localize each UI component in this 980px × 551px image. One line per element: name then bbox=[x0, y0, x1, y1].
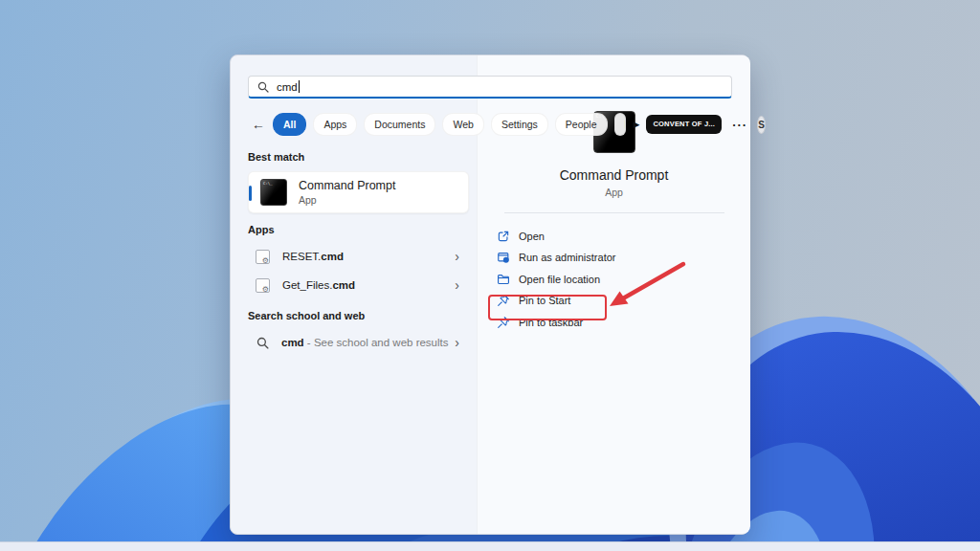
more-options-button[interactable]: ··· bbox=[732, 118, 747, 132]
tab-folders-label: Folders bbox=[625, 119, 626, 130]
app-result-label: Get_Files.cmd bbox=[282, 279, 355, 291]
action-open[interactable]: Open bbox=[478, 229, 750, 243]
folder-icon bbox=[497, 273, 510, 286]
chevron-right-icon: › bbox=[455, 336, 459, 349]
results-list: Best match Command Prompt App Apps RESET… bbox=[248, 151, 469, 357]
pin-icon bbox=[497, 316, 510, 329]
run-as-admin-icon bbox=[497, 251, 510, 264]
preview-title: Command Prompt bbox=[478, 167, 750, 183]
search-icon bbox=[256, 337, 269, 349]
user-avatar[interactable]: S bbox=[757, 116, 766, 134]
action-run-as-administrator[interactable]: Run as administrator bbox=[478, 251, 750, 265]
action-open-file-location[interactable]: Open file location bbox=[478, 272, 750, 286]
best-match-item[interactable]: Command Prompt App bbox=[248, 171, 469, 213]
chevron-right-icon: › bbox=[455, 278, 459, 292]
open-icon bbox=[497, 230, 510, 243]
divider bbox=[504, 212, 724, 213]
tab-web[interactable]: Web bbox=[442, 113, 483, 136]
cmd-file-icon bbox=[256, 278, 270, 293]
overflow-arrow-icon[interactable]: ▶ bbox=[634, 120, 640, 129]
tab-settings[interactable]: Settings bbox=[491, 113, 548, 136]
apps-header: Apps bbox=[248, 224, 469, 237]
search-value: cmd bbox=[277, 81, 298, 93]
action-label: Pin to Start bbox=[519, 295, 570, 306]
web-result-cmd[interactable]: cmd - See school and web results › bbox=[248, 328, 469, 357]
back-icon[interactable]: ← bbox=[252, 118, 265, 131]
selection-accent-bar bbox=[249, 186, 252, 201]
search-icon bbox=[257, 81, 269, 93]
web-search-header: Search school and web bbox=[248, 310, 469, 323]
search-input[interactable]: cmd bbox=[248, 76, 732, 99]
taskbar[interactable] bbox=[0, 541, 980, 551]
custom-scope-pill[interactable]: CONVENT OF J... bbox=[646, 115, 722, 134]
action-label: Run as administrator bbox=[519, 252, 616, 263]
search-flyout: cmd ← All Apps Documents Web Settings Pe… bbox=[230, 55, 749, 535]
command-prompt-icon bbox=[260, 179, 287, 206]
chevron-right-icon: › bbox=[455, 250, 459, 263]
web-result-label: cmd - See school and web results bbox=[281, 337, 449, 348]
action-label: Open bbox=[519, 231, 545, 242]
app-result-reset-cmd[interactable]: RESET.cmd › bbox=[248, 242, 469, 271]
action-label: Open file location bbox=[519, 274, 600, 285]
text-caret bbox=[299, 80, 300, 93]
tab-folders[interactable]: Folders bbox=[614, 113, 626, 136]
preview-subtitle: App bbox=[478, 187, 750, 198]
tab-people[interactable]: People bbox=[555, 113, 608, 136]
cmd-file-icon bbox=[256, 250, 270, 264]
tab-all[interactable]: All bbox=[273, 113, 306, 136]
best-match-header: Best match bbox=[248, 151, 469, 165]
pin-icon bbox=[497, 294, 510, 307]
action-label: Pin to taskbar bbox=[519, 317, 583, 328]
app-result-get-files-cmd[interactable]: Get_Files.cmd › bbox=[248, 271, 469, 299]
app-result-label: RESET.cmd bbox=[282, 251, 344, 262]
best-match-title: Command Prompt bbox=[299, 179, 395, 192]
action-list: Open Run as administrator bbox=[478, 229, 750, 329]
best-match-subtitle: App bbox=[299, 194, 395, 206]
tab-documents[interactable]: Documents bbox=[364, 113, 435, 136]
filter-bar: ← All Apps Documents Web Settings People… bbox=[252, 113, 735, 136]
tab-apps[interactable]: Apps bbox=[313, 113, 357, 136]
action-pin-to-taskbar[interactable]: Pin to taskbar bbox=[478, 315, 750, 329]
action-pin-to-start[interactable]: Pin to Start bbox=[478, 294, 750, 308]
